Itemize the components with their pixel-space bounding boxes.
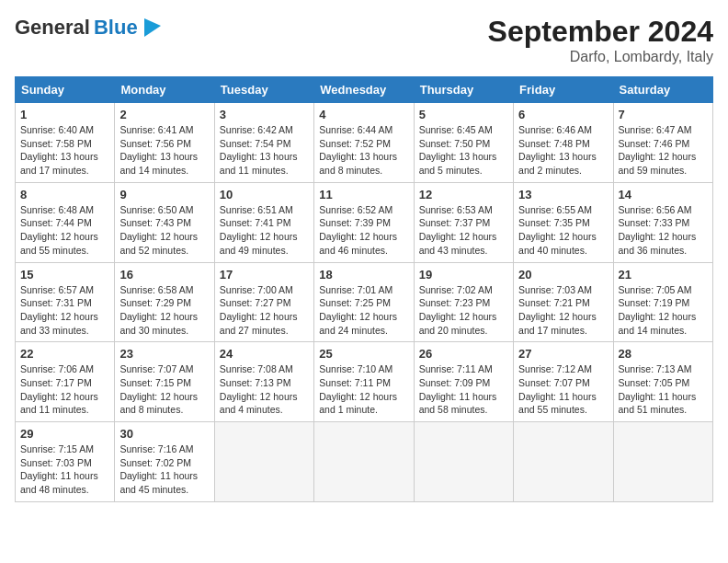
calendar-cell: 19Sunrise: 7:02 AMSunset: 7:23 PMDayligh… bbox=[414, 262, 513, 342]
day-number: 6 bbox=[518, 108, 608, 121]
calendar-cell: 16Sunrise: 6:58 AMSunset: 7:29 PMDayligh… bbox=[115, 262, 214, 342]
cell-details: Sunrise: 7:16 AMSunset: 7:02 PMDaylight:… bbox=[119, 442, 209, 497]
day-number: 30 bbox=[119, 427, 209, 441]
header-tuesday: Tuesday bbox=[214, 77, 313, 103]
cell-details: Sunrise: 6:53 AMSunset: 7:37 PMDaylight:… bbox=[419, 203, 508, 258]
day-number: 8 bbox=[20, 188, 109, 201]
cell-details: Sunrise: 6:55 AMSunset: 7:35 PMDaylight:… bbox=[518, 203, 608, 258]
cell-details: Sunrise: 6:56 AMSunset: 7:33 PMDaylight:… bbox=[619, 203, 708, 258]
cell-details: Sunrise: 6:47 AMSunset: 7:46 PMDaylight:… bbox=[619, 123, 708, 178]
calendar-header: SundayMondayTuesdayWednesdayThursdayFrid… bbox=[16, 77, 713, 103]
day-number: 9 bbox=[119, 188, 209, 201]
header-friday: Friday bbox=[514, 77, 613, 103]
header-wednesday: Wednesday bbox=[314, 77, 414, 103]
cell-details: Sunrise: 7:07 AMSunset: 7:15 PMDaylight:… bbox=[119, 362, 209, 417]
day-number: 16 bbox=[119, 268, 209, 282]
logo-icon bbox=[144, 18, 161, 37]
day-number: 5 bbox=[419, 108, 508, 121]
day-number: 18 bbox=[319, 268, 408, 282]
cell-details: Sunrise: 7:00 AMSunset: 7:27 PMDaylight:… bbox=[220, 283, 309, 338]
header-monday: Monday bbox=[115, 77, 214, 103]
calendar-cell: 1Sunrise: 6:40 AMSunset: 7:58 PMDaylight… bbox=[16, 103, 115, 183]
calendar-cell: 2Sunrise: 6:41 AMSunset: 7:56 PMDaylight… bbox=[115, 103, 214, 183]
day-number: 27 bbox=[518, 347, 608, 361]
week-row-3: 15Sunrise: 6:57 AMSunset: 7:31 PMDayligh… bbox=[16, 262, 713, 342]
day-number: 26 bbox=[419, 347, 508, 361]
calendar-cell: 30Sunrise: 7:16 AMSunset: 7:02 PMDayligh… bbox=[115, 422, 214, 502]
header-thursday: Thursday bbox=[414, 77, 513, 103]
day-number: 15 bbox=[20, 268, 109, 282]
day-number: 22 bbox=[20, 347, 109, 361]
week-row-4: 22Sunrise: 7:06 AMSunset: 7:17 PMDayligh… bbox=[16, 342, 713, 422]
cell-details: Sunrise: 6:46 AMSunset: 7:48 PMDaylight:… bbox=[518, 123, 608, 178]
calendar-body: 1Sunrise: 6:40 AMSunset: 7:58 PMDaylight… bbox=[16, 103, 713, 502]
cell-details: Sunrise: 6:57 AMSunset: 7:31 PMDaylight:… bbox=[20, 283, 109, 338]
cell-details: Sunrise: 7:08 AMSunset: 7:13 PMDaylight:… bbox=[220, 362, 309, 417]
cell-details: Sunrise: 7:11 AMSunset: 7:09 PMDaylight:… bbox=[419, 362, 508, 417]
week-row-5: 29Sunrise: 7:15 AMSunset: 7:03 PMDayligh… bbox=[16, 422, 713, 502]
calendar-cell: 28Sunrise: 7:13 AMSunset: 7:05 PMDayligh… bbox=[613, 342, 712, 422]
calendar-cell: 8Sunrise: 6:48 AMSunset: 7:44 PMDaylight… bbox=[16, 182, 115, 262]
cell-details: Sunrise: 7:05 AMSunset: 7:19 PMDaylight:… bbox=[619, 283, 708, 338]
title-block: September 2024 Darfo, Lombardy, Italy bbox=[488, 15, 713, 65]
calendar-cell bbox=[314, 422, 414, 502]
day-number: 25 bbox=[319, 347, 408, 361]
day-number: 2 bbox=[119, 108, 209, 121]
header-sunday: Sunday bbox=[16, 77, 115, 103]
header-row: SundayMondayTuesdayWednesdayThursdayFrid… bbox=[16, 77, 713, 103]
cell-details: Sunrise: 6:48 AMSunset: 7:44 PMDaylight:… bbox=[20, 203, 109, 258]
cell-details: Sunrise: 6:51 AMSunset: 7:41 PMDaylight:… bbox=[220, 203, 309, 258]
page-header: GeneralBlue September 2024 Darfo, Lombar… bbox=[15, 15, 713, 65]
cell-details: Sunrise: 7:03 AMSunset: 7:21 PMDaylight:… bbox=[518, 283, 608, 338]
month-title: September 2024 bbox=[488, 15, 713, 49]
cell-details: Sunrise: 6:52 AMSunset: 7:39 PMDaylight:… bbox=[319, 203, 408, 258]
cell-details: Sunrise: 6:58 AMSunset: 7:29 PMDaylight:… bbox=[119, 283, 209, 338]
calendar-cell: 7Sunrise: 6:47 AMSunset: 7:46 PMDaylight… bbox=[613, 103, 712, 183]
calendar-cell: 22Sunrise: 7:06 AMSunset: 7:17 PMDayligh… bbox=[16, 342, 115, 422]
header-saturday: Saturday bbox=[613, 77, 712, 103]
day-number: 17 bbox=[220, 268, 309, 282]
cell-details: Sunrise: 6:50 AMSunset: 7:43 PMDaylight:… bbox=[119, 203, 209, 258]
calendar-cell: 26Sunrise: 7:11 AMSunset: 7:09 PMDayligh… bbox=[414, 342, 513, 422]
day-number: 21 bbox=[619, 268, 708, 282]
calendar-cell bbox=[613, 422, 712, 502]
day-number: 7 bbox=[619, 108, 708, 121]
calendar-table: SundayMondayTuesdayWednesdayThursdayFrid… bbox=[15, 76, 713, 502]
cell-details: Sunrise: 6:45 AMSunset: 7:50 PMDaylight:… bbox=[419, 123, 508, 178]
day-number: 12 bbox=[419, 188, 508, 201]
cell-details: Sunrise: 7:01 AMSunset: 7:25 PMDaylight:… bbox=[319, 283, 408, 338]
calendar-cell: 29Sunrise: 7:15 AMSunset: 7:03 PMDayligh… bbox=[16, 422, 115, 502]
day-number: 23 bbox=[119, 347, 209, 361]
calendar-cell: 11Sunrise: 6:52 AMSunset: 7:39 PMDayligh… bbox=[314, 182, 414, 262]
calendar-cell: 27Sunrise: 7:12 AMSunset: 7:07 PMDayligh… bbox=[514, 342, 613, 422]
calendar-cell bbox=[214, 422, 313, 502]
calendar-cell: 5Sunrise: 6:45 AMSunset: 7:50 PMDaylight… bbox=[414, 103, 513, 183]
day-number: 24 bbox=[220, 347, 309, 361]
calendar-cell: 14Sunrise: 6:56 AMSunset: 7:33 PMDayligh… bbox=[613, 182, 712, 262]
calendar-cell: 12Sunrise: 6:53 AMSunset: 7:37 PMDayligh… bbox=[414, 182, 513, 262]
calendar-cell: 17Sunrise: 7:00 AMSunset: 7:27 PMDayligh… bbox=[214, 262, 313, 342]
cell-details: Sunrise: 6:40 AMSunset: 7:58 PMDaylight:… bbox=[20, 123, 109, 178]
cell-details: Sunrise: 7:10 AMSunset: 7:11 PMDaylight:… bbox=[319, 362, 408, 417]
calendar-cell bbox=[414, 422, 513, 502]
calendar-cell: 20Sunrise: 7:03 AMSunset: 7:21 PMDayligh… bbox=[514, 262, 613, 342]
location-subtitle: Darfo, Lombardy, Italy bbox=[488, 49, 713, 65]
calendar-cell: 23Sunrise: 7:07 AMSunset: 7:15 PMDayligh… bbox=[115, 342, 214, 422]
calendar-cell: 15Sunrise: 6:57 AMSunset: 7:31 PMDayligh… bbox=[16, 262, 115, 342]
calendar-cell: 4Sunrise: 6:44 AMSunset: 7:52 PMDaylight… bbox=[314, 103, 414, 183]
day-number: 28 bbox=[619, 347, 708, 361]
logo: GeneralBlue bbox=[15, 15, 161, 40]
day-number: 14 bbox=[619, 188, 708, 201]
calendar-cell: 9Sunrise: 6:50 AMSunset: 7:43 PMDaylight… bbox=[115, 182, 214, 262]
logo-general-text: General bbox=[15, 16, 90, 40]
cell-details: Sunrise: 7:13 AMSunset: 7:05 PMDaylight:… bbox=[619, 362, 708, 417]
week-row-2: 8Sunrise: 6:48 AMSunset: 7:44 PMDaylight… bbox=[16, 182, 713, 262]
calendar-cell: 25Sunrise: 7:10 AMSunset: 7:11 PMDayligh… bbox=[314, 342, 414, 422]
week-row-1: 1Sunrise: 6:40 AMSunset: 7:58 PMDaylight… bbox=[16, 103, 713, 183]
day-number: 13 bbox=[518, 188, 608, 201]
day-number: 10 bbox=[220, 188, 309, 201]
cell-details: Sunrise: 7:15 AMSunset: 7:03 PMDaylight:… bbox=[20, 442, 109, 497]
calendar-cell: 10Sunrise: 6:51 AMSunset: 7:41 PMDayligh… bbox=[214, 182, 313, 262]
day-number: 4 bbox=[319, 108, 408, 121]
day-number: 1 bbox=[20, 108, 109, 121]
